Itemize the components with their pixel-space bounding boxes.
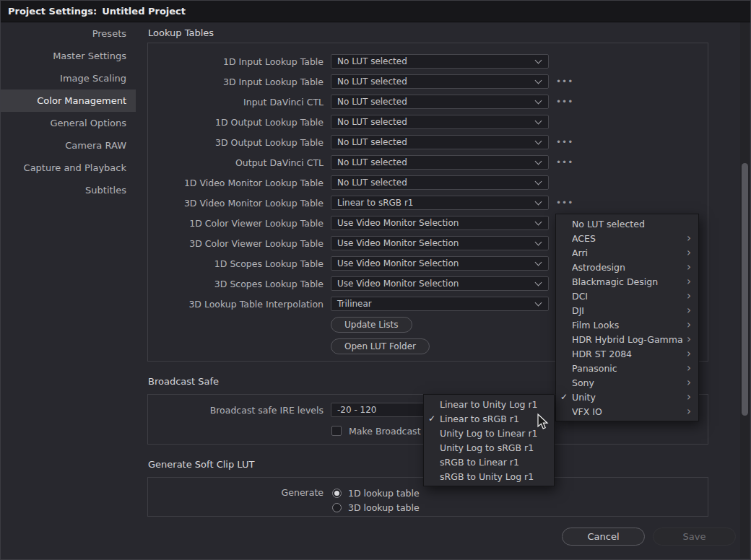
check-icon: ✓ bbox=[428, 414, 440, 424]
sidebar-item-presets[interactable]: Presets bbox=[1, 22, 136, 45]
lut-row-label: 1D Video Monitor Lookup Table bbox=[148, 178, 324, 188]
chevron-down-icon bbox=[535, 279, 542, 286]
menu-item-label: Astrodesign bbox=[572, 262, 687, 273]
submenu-arrow-icon: › bbox=[687, 334, 691, 344]
menu-item-no-lut[interactable]: ✓ No LUT selected › bbox=[556, 216, 698, 231]
menu-item-panasonic[interactable]: ✓ Panasonic › bbox=[556, 361, 698, 375]
menu-item-blackmagic-design[interactable]: ✓ Blackmagic Design › bbox=[556, 274, 698, 289]
sidebar-item-master-settings[interactable]: Master Settings bbox=[1, 45, 136, 67]
lut-dropdown-1d-video-monitor[interactable]: No LUT selected bbox=[331, 175, 549, 190]
menu-item-label: Unity Log to Linear r1 bbox=[440, 428, 547, 439]
submenu-item-unity-log-to-linear[interactable]: ✓ Unity Log to Linear r1 bbox=[424, 426, 554, 440]
menu-item-dci[interactable]: ✓ DCI › bbox=[556, 289, 698, 303]
lut-row: 3D Output Lookup Table No LUT selected •… bbox=[148, 132, 708, 152]
make-broadcast-safe-label: Make Broadcast s bbox=[349, 426, 428, 437]
menu-item-label: sRGB to Linear r1 bbox=[440, 457, 547, 468]
menu-item-arri[interactable]: ✓ Arri › bbox=[556, 245, 698, 260]
project-name: Untitled Project bbox=[102, 6, 186, 17]
lut-row: 3D Input Lookup Table No LUT selected ••… bbox=[148, 71, 708, 92]
lut-dropdown-output-ctl[interactable]: No LUT selected bbox=[331, 155, 549, 170]
lut-dropdown-1d-color-viewer[interactable]: Use Video Monitor Selection bbox=[331, 216, 549, 230]
section-title-soft-clip: Generate Soft Clip LUT bbox=[148, 459, 254, 470]
sidebar-item-camera-raw[interactable]: Camera RAW bbox=[1, 134, 136, 157]
update-lists-button[interactable]: Update Lists bbox=[331, 317, 412, 333]
sidebar-item-capture-playback[interactable]: Capture and Playback bbox=[1, 157, 136, 179]
lut-dropdown-1d-input[interactable]: No LUT selected bbox=[331, 54, 549, 69]
sidebar-item-image-scaling[interactable]: Image Scaling bbox=[1, 67, 136, 89]
section-title-lookup-tables: Lookup Tables bbox=[148, 27, 214, 38]
submenu-arrow-icon: › bbox=[687, 233, 691, 243]
lut-row-label: 1D Scopes Lookup Table bbox=[148, 258, 324, 269]
lut-row: 1D Input Lookup Table No LUT selected ••… bbox=[148, 51, 708, 71]
submenu-arrow-icon: › bbox=[687, 406, 691, 416]
lut-row-label: 3D Video Monitor Lookup Table bbox=[148, 198, 324, 209]
radio-1d-lookup-table[interactable] bbox=[332, 489, 342, 498]
dropdown-value: No LUT selected bbox=[331, 56, 407, 66]
submenu-item-linear-to-srgb[interactable]: ✓ Linear to sRGB r1 bbox=[424, 411, 554, 426]
lut-dropdown-3d-color-viewer[interactable]: Use Video Monitor Selection bbox=[331, 236, 549, 250]
chevron-down-icon bbox=[535, 57, 542, 64]
lut-options-icon[interactable]: ••• bbox=[556, 157, 572, 167]
submenu-item-srgb-to-linear[interactable]: ✓ sRGB to Linear r1 bbox=[424, 455, 554, 469]
menu-item-label: HDR Hybrid Log-Gamma bbox=[572, 334, 687, 345]
lut-dropdown-interpolation[interactable]: Trilinear bbox=[331, 297, 549, 311]
radio-row: 3D lookup table bbox=[332, 500, 420, 515]
dropdown-value: Use Video Monitor Selection bbox=[331, 238, 459, 248]
sidebar-item-color-management[interactable]: Color Management bbox=[1, 89, 136, 112]
sidebar-item-subtitles[interactable]: Subtitles bbox=[1, 179, 136, 201]
dropdown-value: No LUT selected bbox=[331, 117, 407, 127]
submenu-arrow-icon: › bbox=[687, 392, 691, 402]
menu-item-aces[interactable]: ✓ ACES › bbox=[556, 231, 698, 245]
lut-row-label: 1D Color Viewer Lookup Table bbox=[148, 218, 324, 229]
submenu-item-unity-log-to-srgb[interactable]: ✓ Unity Log to sRGB r1 bbox=[424, 440, 554, 455]
menu-item-label: sRGB to Unity Log r1 bbox=[440, 471, 547, 482]
lut-dropdown-3d-video-monitor[interactable]: Linear to sRGB r1 bbox=[331, 196, 549, 210]
lut-options-icon[interactable]: ••• bbox=[556, 97, 572, 107]
lut-row-label: 3D Color Viewer Lookup Table bbox=[148, 238, 324, 249]
cancel-button[interactable]: Cancel bbox=[562, 528, 645, 546]
menu-item-dji[interactable]: ✓ DJI › bbox=[556, 303, 698, 318]
menu-item-label: Arri bbox=[572, 248, 687, 258]
lut-dropdown-input-ctl[interactable]: No LUT selected bbox=[331, 95, 549, 109]
lut-row: Input DaVinci CTL No LUT selected ••• bbox=[148, 92, 708, 112]
lut-dropdown-1d-output[interactable]: No LUT selected bbox=[331, 115, 549, 129]
lut-row: 1D Video Monitor Lookup Table No LUT sel… bbox=[148, 172, 708, 193]
dropdown-value: -20 - 120 bbox=[331, 405, 376, 415]
submenu-arrow-icon: › bbox=[687, 363, 691, 373]
radio-label-3d: 3D lookup table bbox=[348, 502, 420, 513]
chevron-down-icon bbox=[535, 97, 542, 105]
lut-options-icon[interactable]: ••• bbox=[556, 76, 572, 87]
radio-3d-lookup-table[interactable] bbox=[332, 503, 342, 512]
dropdown-value: No LUT selected bbox=[331, 97, 407, 107]
dropdown-value: Use Video Monitor Selection bbox=[331, 279, 459, 289]
submenu-arrow-icon: › bbox=[687, 291, 691, 301]
submenu-arrow-icon: › bbox=[687, 349, 691, 359]
menu-item-vfx-io[interactable]: ✓ VFX IO › bbox=[556, 404, 698, 419]
menu-item-hdr-hlg[interactable]: ✓ HDR Hybrid Log-Gamma › bbox=[556, 332, 698, 346]
save-button[interactable]: Save bbox=[653, 528, 736, 546]
menu-item-astrodesign[interactable]: ✓ Astrodesign › bbox=[556, 260, 698, 274]
scrollbar-track[interactable] bbox=[740, 22, 750, 559]
submenu-item-srgb-to-unity-log[interactable]: ✓ sRGB to Unity Log r1 bbox=[424, 469, 554, 484]
lut-dropdown-1d-scopes[interactable]: Use Video Monitor Selection bbox=[331, 256, 549, 271]
lut-row: Output DaVinci CTL No LUT selected ••• bbox=[148, 152, 708, 172]
submenu-item-linear-to-unity-log[interactable]: ✓ Linear to Unity Log r1 bbox=[424, 397, 554, 411]
menu-item-hdr-st2084[interactable]: ✓ HDR ST 2084 › bbox=[556, 346, 698, 361]
lut-dropdown-3d-output[interactable]: No LUT selected bbox=[331, 135, 549, 149]
open-lut-folder-button[interactable]: Open LUT Folder bbox=[331, 338, 430, 354]
chevron-down-icon bbox=[535, 77, 542, 84]
dropdown-value: No LUT selected bbox=[331, 76, 407, 87]
sidebar-item-general-options[interactable]: General Options bbox=[1, 112, 136, 134]
make-broadcast-safe-checkbox[interactable] bbox=[331, 426, 342, 436]
scrollbar-thumb[interactable] bbox=[742, 163, 748, 416]
menu-item-sony[interactable]: ✓ Sony › bbox=[556, 375, 698, 390]
menu-item-film-looks[interactable]: ✓ Film Looks › bbox=[556, 318, 698, 332]
lut-options-icon[interactable]: ••• bbox=[556, 137, 572, 147]
lut-options-icon[interactable]: ••• bbox=[556, 198, 572, 208]
menu-item-label: Unity bbox=[572, 392, 687, 403]
submenu-arrow-icon: › bbox=[687, 377, 691, 388]
menu-item-unity[interactable]: ✓ Unity › bbox=[556, 390, 698, 404]
lut-dropdown-3d-scopes[interactable]: Use Video Monitor Selection bbox=[331, 276, 549, 291]
lut-dropdown-3d-input[interactable]: No LUT selected bbox=[331, 74, 549, 89]
lut-row-label: 1D Input Lookup Table bbox=[148, 56, 324, 67]
